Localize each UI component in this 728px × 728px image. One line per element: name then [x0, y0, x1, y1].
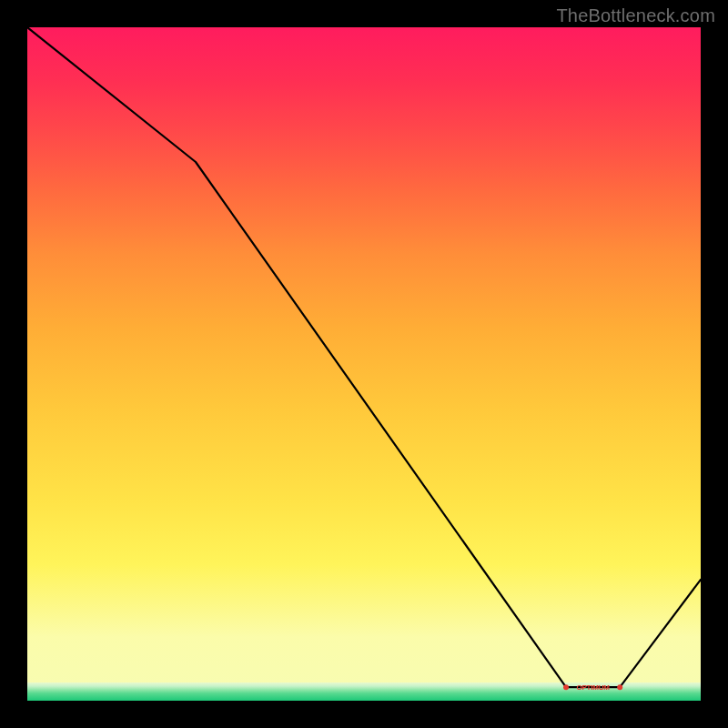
- chart-container: TheBottleneck.com OPTIMUM: [0, 0, 728, 728]
- chart-text-layer: OPTIMUM: [27, 27, 701, 701]
- attribution-watermark: TheBottleneck.com: [556, 5, 715, 26]
- plot-area: OPTIMUM: [27, 27, 701, 701]
- optimum-label: OPTIMUM: [576, 683, 610, 692]
